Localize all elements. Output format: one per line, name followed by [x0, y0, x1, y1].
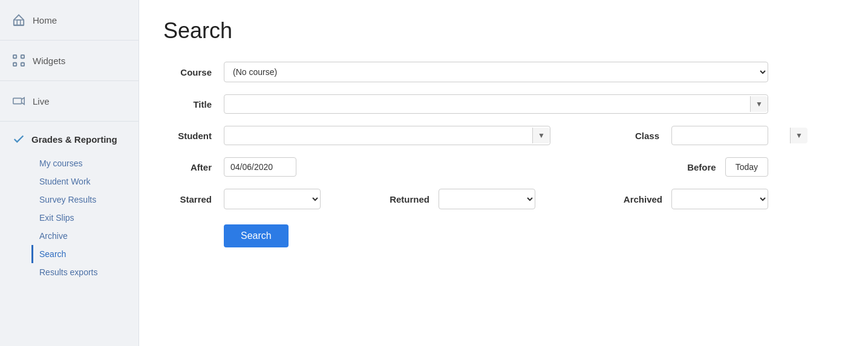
sidebar-sub-items: My courses Student Work Survey Results E… [0, 152, 139, 284]
sidebar: Home Widgets [0, 0, 139, 346]
course-label: Course [163, 67, 212, 77]
svg-rect-5 [13, 55, 17, 59]
svg-rect-0 [14, 20, 24, 25]
student-label: Student [163, 131, 212, 141]
student-dropdown-arrow[interactable]: ▼ [532, 128, 550, 143]
sidebar-item-grades[interactable]: Grades & Reporting [0, 126, 139, 152]
student-input[interactable] [224, 126, 532, 145]
class-wrap: Class ▼ [611, 126, 768, 145]
starred-label: Starred [163, 194, 212, 204]
after-label: After [163, 162, 212, 172]
svg-rect-9 [13, 98, 22, 103]
sidebar-item-search[interactable]: Search [31, 245, 139, 263]
sidebar-item-exit-slips[interactable]: Exit Slips [31, 209, 139, 227]
archived-select[interactable] [671, 189, 768, 209]
widgets-icon [12, 54, 25, 67]
archived-label: Archived [614, 194, 662, 204]
title-row: Title ▼ [163, 94, 768, 114]
sidebar-item-home[interactable]: Home [0, 7, 139, 33]
student-input-wrap: ▼ [224, 126, 550, 145]
title-input-wrap: ▼ [224, 94, 768, 114]
before-wrap: Before Today [668, 157, 768, 177]
submit-row: Search [163, 221, 768, 247]
class-dropdown-arrow[interactable]: ▼ [790, 128, 808, 143]
date-row: After Before Today [163, 157, 768, 177]
sidebar-item-my-courses[interactable]: My courses [31, 154, 139, 172]
class-label: Class [611, 131, 659, 141]
before-label: Before [668, 162, 716, 172]
sidebar-item-student-work[interactable]: Student Work [31, 172, 139, 191]
sidebar-item-widgets[interactable]: Widgets [0, 48, 139, 73]
class-input-wrap: ▼ [671, 126, 768, 145]
archived-wrap: Archived [614, 189, 768, 209]
sidebar-home-label: Home [33, 15, 57, 25]
title-dropdown-arrow[interactable]: ▼ [750, 96, 768, 112]
sidebar-live-label: Live [33, 96, 50, 106]
svg-rect-7 [21, 55, 24, 59]
sidebar-item-archive[interactable]: Archive [31, 227, 139, 245]
filter-row: Starred Returned Archived [163, 189, 768, 209]
main-content: Search Course (No course) Title ▼ Studen… [139, 0, 868, 346]
sidebar-item-results-exports[interactable]: Results exports [31, 263, 139, 281]
course-select[interactable]: (No course) [224, 62, 768, 82]
returned-wrap: Returned [381, 189, 535, 209]
live-icon [12, 94, 25, 108]
search-button[interactable]: Search [224, 224, 289, 247]
class-input[interactable] [672, 126, 790, 145]
search-form: Course (No course) Title ▼ Student ▼ Cla… [163, 62, 768, 247]
course-row: Course (No course) [163, 62, 768, 82]
page-title: Search [163, 18, 844, 44]
sidebar-item-live[interactable]: Live [0, 88, 139, 114]
student-class-row: Student ▼ Class ▼ [163, 126, 768, 145]
after-input[interactable] [224, 157, 296, 177]
today-button[interactable]: Today [725, 157, 768, 177]
grades-icon [12, 132, 25, 146]
title-label: Title [163, 99, 212, 109]
returned-select[interactable] [439, 189, 535, 209]
svg-rect-8 [21, 63, 24, 67]
sidebar-grades-label: Grades & Reporting [31, 134, 117, 145]
home-icon [12, 13, 25, 27]
svg-rect-6 [13, 63, 17, 67]
returned-label: Returned [381, 194, 429, 204]
sidebar-widgets-label: Widgets [33, 56, 65, 66]
starred-select[interactable] [224, 189, 321, 209]
sidebar-item-survey-results[interactable]: Survey Results [31, 191, 139, 209]
title-input[interactable] [224, 95, 750, 113]
